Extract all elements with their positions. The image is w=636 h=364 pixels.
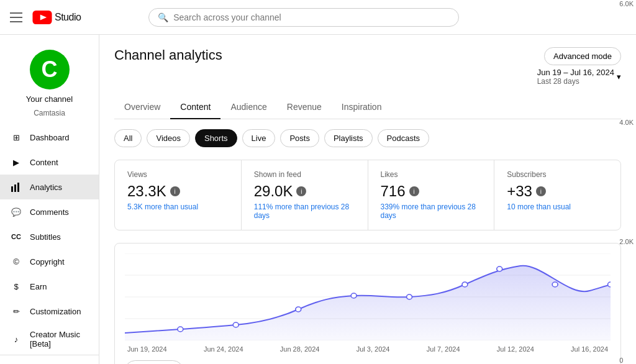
svg-point-15 bbox=[462, 282, 468, 287]
sidebar-label-subtitles: Subtitles bbox=[30, 232, 61, 242]
x-label-1: Jun 24, 2024 bbox=[204, 345, 243, 353]
stat-feed-change: 111% more than previous 28 days bbox=[254, 202, 355, 220]
search-input[interactable] bbox=[173, 12, 450, 22]
chip-all[interactable]: All bbox=[114, 129, 142, 147]
tab-content[interactable]: Content bbox=[170, 96, 220, 119]
analytics-chart bbox=[125, 253, 611, 340]
date-sub-text: Last 28 days bbox=[537, 77, 614, 86]
stat-feed-label: Shown in feed bbox=[254, 170, 355, 179]
sidebar-item-comments[interactable]: 💬 Comments bbox=[0, 199, 99, 224]
channel-info: C Your channel Camtasia bbox=[0, 40, 99, 125]
tab-audience[interactable]: Audience bbox=[220, 96, 276, 119]
chip-shorts[interactable]: Shorts bbox=[195, 129, 237, 147]
chart-container: 6.0K 4.0K 2.0K 0 Jun 19, 2024 Jun 24, 20… bbox=[114, 243, 621, 364]
analytics-icon bbox=[10, 181, 22, 193]
chart-x-labels: Jun 19, 2024 Jun 24, 2024 Jun 28, 2024 J… bbox=[125, 345, 611, 353]
content-icon: ▶ bbox=[10, 156, 22, 168]
stat-subs-change: 10 more than usual bbox=[507, 202, 608, 211]
chip-posts[interactable]: Posts bbox=[280, 129, 319, 147]
page-header: Channel analytics Advanced mode Jun 19 –… bbox=[114, 47, 621, 86]
svg-point-17 bbox=[552, 282, 558, 287]
music-icon: ♪ bbox=[10, 333, 22, 345]
date-range-text: Jun 19 – Jul 16, 2024 bbox=[537, 68, 614, 77]
stat-shown-in-feed: Shown in feed 29.0K i 111% more than pre… bbox=[242, 160, 368, 230]
stat-likes-change: 339% more than previous 28 days bbox=[381, 202, 482, 220]
sidebar-label-creator-music: Creator Music [Beta] bbox=[30, 330, 89, 348]
stat-views-value: 23.3K bbox=[127, 183, 166, 200]
x-label-4: Jul 7, 2024 bbox=[427, 345, 460, 353]
sidebar-item-copyright[interactable]: © Copyright bbox=[0, 249, 99, 274]
sidebar-label-copyright: Copyright bbox=[30, 257, 65, 266]
page-title: Channel analytics bbox=[114, 47, 222, 63]
stat-likes: Likes 716 i 339% more than previous 28 d… bbox=[368, 160, 495, 230]
svg-point-10 bbox=[178, 327, 183, 332]
stat-views-label: Views bbox=[127, 170, 229, 179]
sidebar-label-customization: Customization bbox=[30, 307, 81, 316]
sidebar-label-comments: Comments bbox=[30, 207, 69, 217]
svg-point-14 bbox=[407, 294, 412, 299]
chip-live[interactable]: Live bbox=[242, 129, 276, 147]
chip-podcasts[interactable]: Podcasts bbox=[378, 129, 429, 147]
main-content: Channel analytics Advanced mode Jun 19 –… bbox=[99, 35, 636, 364]
sidebar-item-settings[interactable]: ⚙ Settings bbox=[0, 360, 99, 364]
x-label-6: Jul 16, 2024 bbox=[571, 345, 608, 353]
chip-videos[interactable]: Videos bbox=[147, 129, 190, 147]
logo: Studio bbox=[32, 11, 81, 24]
chip-playlists[interactable]: Playlists bbox=[324, 129, 373, 147]
feed-info-icon[interactable]: i bbox=[296, 186, 306, 196]
x-label-2: Jun 28, 2024 bbox=[280, 345, 320, 353]
svg-point-12 bbox=[296, 307, 301, 312]
channel-avatar[interactable]: C bbox=[30, 50, 70, 89]
svg-point-16 bbox=[497, 266, 502, 271]
y-label-0: 0 bbox=[619, 357, 634, 364]
sidebar-item-dashboard[interactable]: ⊞ Dashboard bbox=[0, 125, 99, 150]
sidebar-item-earn[interactable]: $ Earn bbox=[0, 274, 99, 299]
tab-overview[interactable]: Overview bbox=[114, 96, 170, 119]
channel-handle: Camtasia bbox=[34, 109, 65, 117]
svg-rect-2 bbox=[11, 186, 13, 192]
stat-views-change: 5.3K more than usual bbox=[127, 202, 229, 211]
subs-info-icon[interactable]: i bbox=[536, 186, 546, 196]
chart-y-labels: 6.0K 4.0K 2.0K 0 bbox=[617, 35, 636, 364]
earn-icon: $ bbox=[10, 280, 22, 293]
sidebar-label-content: Content bbox=[30, 158, 58, 167]
sidebar-item-subtitles[interactable]: CC Subtitles bbox=[0, 224, 99, 249]
stats-row: Views 23.3K i 5.3K more than usual Shown… bbox=[114, 160, 621, 230]
svg-point-13 bbox=[351, 293, 357, 298]
likes-info-icon[interactable]: i bbox=[409, 186, 419, 196]
y-label-2k: 2.0K bbox=[619, 238, 634, 245]
customization-icon: ✏ bbox=[10, 305, 22, 317]
menu-button[interactable] bbox=[10, 12, 22, 22]
tab-inspiration[interactable]: Inspiration bbox=[332, 96, 392, 119]
top-bar: Studio 🔍 bbox=[0, 0, 636, 35]
sidebar-item-customization[interactable]: ✏ Customization bbox=[0, 299, 99, 324]
date-range-selector[interactable]: Jun 19 – Jul 16, 2024 Last 28 days ▾ bbox=[537, 68, 621, 86]
x-label-3: Jul 3, 2024 bbox=[357, 345, 390, 353]
sidebar-item-content[interactable]: ▶ Content bbox=[0, 150, 99, 175]
search-bar[interactable]: 🔍 bbox=[148, 8, 459, 27]
stat-views: Views 23.3K i 5.3K more than usual bbox=[115, 160, 242, 230]
x-label-0: Jun 19, 2024 bbox=[127, 345, 167, 353]
stat-likes-label: Likes bbox=[381, 170, 482, 179]
views-info-icon[interactable]: i bbox=[170, 186, 180, 196]
filter-chips: All Videos Shorts Live Posts Playlists P… bbox=[114, 129, 621, 147]
sidebar-label-dashboard: Dashboard bbox=[30, 133, 70, 142]
svg-point-11 bbox=[233, 322, 238, 327]
sidebar-label-analytics: Analytics bbox=[30, 183, 62, 192]
advanced-mode-button[interactable]: Advanced mode bbox=[544, 47, 621, 65]
sidebar: C Your channel Camtasia ⊞ Dashboard ▶ Co… bbox=[0, 35, 99, 364]
see-more-button[interactable]: See more bbox=[125, 360, 183, 364]
studio-label: Studio bbox=[55, 12, 81, 23]
svg-point-18 bbox=[608, 282, 611, 287]
x-label-5: Jul 12, 2024 bbox=[497, 345, 534, 353]
sidebar-item-creator-music[interactable]: ♪ Creator Music [Beta] bbox=[0, 324, 99, 355]
stat-subs-value: +33 bbox=[507, 183, 532, 200]
tab-revenue[interactable]: Revenue bbox=[277, 96, 332, 119]
y-label-4k: 4.0K bbox=[619, 119, 634, 126]
main-tabs: Overview Content Audience Revenue Inspir… bbox=[114, 96, 621, 119]
sidebar-item-analytics[interactable]: Analytics bbox=[0, 175, 99, 199]
copyright-icon: © bbox=[10, 255, 22, 268]
svg-rect-4 bbox=[17, 183, 19, 192]
comments-icon: 💬 bbox=[10, 206, 22, 218]
stat-feed-value: 29.0K bbox=[254, 183, 293, 200]
